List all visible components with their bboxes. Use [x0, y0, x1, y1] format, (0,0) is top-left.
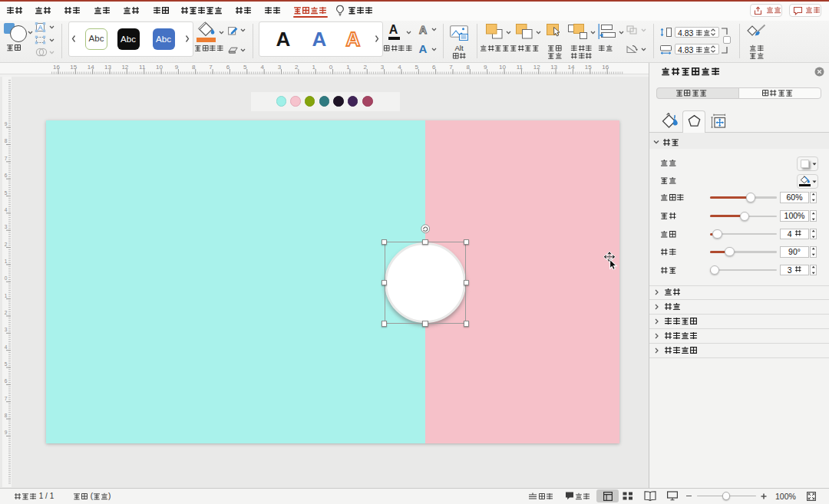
svg-text:6: 6	[432, 64, 436, 71]
svg-text:4: 4	[5, 207, 8, 212]
svg-text:2: 2	[295, 64, 299, 71]
svg-text:6: 6	[5, 173, 8, 178]
svg-text:4: 4	[398, 64, 401, 71]
svg-text:16: 16	[602, 64, 609, 71]
svg-text:5: 5	[243, 64, 247, 71]
svg-text:15: 15	[70, 64, 77, 71]
svg-text:5: 5	[5, 190, 8, 196]
svg-text:10: 10	[499, 64, 506, 71]
svg-text:0: 0	[5, 275, 8, 281]
svg-text:A: A	[38, 24, 42, 31]
svg-text:9: 9	[5, 121, 8, 127]
svg-text:7: 7	[5, 156, 8, 161]
svg-text:15: 15	[585, 64, 592, 71]
svg-text:9: 9	[484, 64, 487, 71]
svg-text:11: 11	[139, 64, 146, 71]
svg-text:5: 5	[415, 64, 419, 71]
svg-text:9: 9	[175, 64, 179, 71]
svg-text:3: 3	[5, 224, 8, 229]
svg-text:8: 8	[192, 64, 196, 71]
svg-text:1: 1	[346, 64, 350, 71]
svg-text:6: 6	[226, 64, 230, 71]
svg-text:12: 12	[533, 64, 540, 71]
svg-text:8: 8	[467, 64, 471, 71]
svg-text:1: 1	[312, 64, 315, 71]
svg-text:12: 12	[121, 64, 128, 71]
svg-text:3: 3	[5, 327, 8, 332]
svg-text:7: 7	[209, 64, 213, 71]
svg-text:1: 1	[5, 293, 8, 298]
svg-text:11: 11	[517, 64, 523, 71]
svg-text:14: 14	[567, 64, 574, 71]
svg-text:14: 14	[88, 64, 94, 71]
svg-text:16: 16	[53, 64, 60, 71]
svg-text:6: 6	[5, 378, 8, 384]
svg-text:4: 4	[5, 344, 8, 350]
svg-text:3: 3	[278, 64, 282, 71]
svg-text:3: 3	[381, 64, 385, 71]
svg-text:4: 4	[260, 64, 264, 71]
svg-text:0: 0	[329, 64, 333, 71]
svg-text:2: 2	[364, 64, 368, 71]
svg-text:13: 13	[104, 64, 111, 71]
svg-text:8: 8	[5, 413, 8, 418]
svg-text:13: 13	[550, 64, 557, 71]
svg-text:7: 7	[5, 396, 8, 401]
svg-text:1: 1	[5, 259, 8, 264]
svg-text:2: 2	[5, 310, 8, 315]
svg-text:10: 10	[156, 64, 163, 71]
svg-text:5: 5	[5, 361, 8, 367]
svg-text:7: 7	[449, 64, 453, 71]
svg-text:8: 8	[5, 138, 8, 143]
svg-text:2: 2	[5, 242, 8, 247]
svg-text:9: 9	[5, 430, 8, 435]
